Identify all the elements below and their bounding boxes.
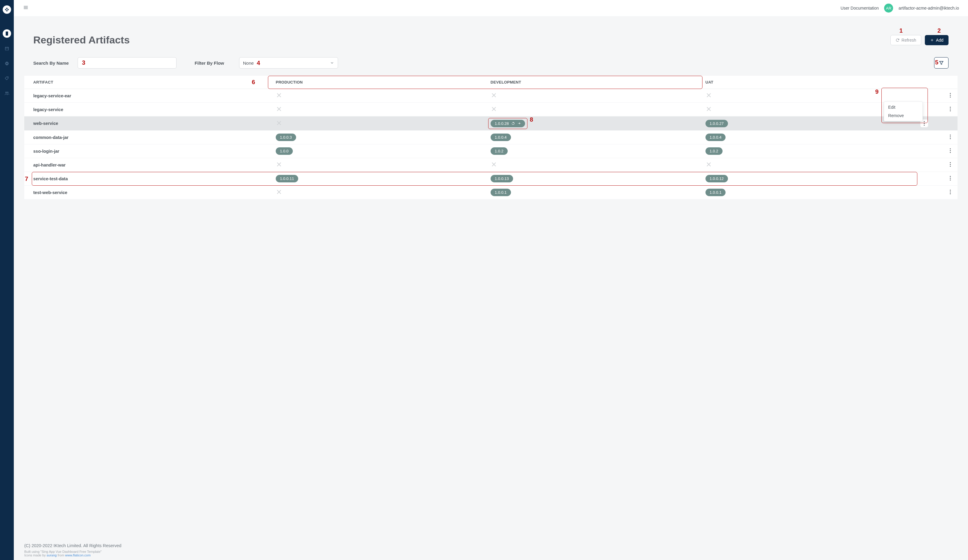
row-menu-button[interactable] xyxy=(917,158,958,172)
cell-development xyxy=(487,158,703,172)
flow-select[interactable]: None 4 xyxy=(239,57,338,69)
svg-point-24 xyxy=(950,193,951,194)
column-header-artifact[interactable]: ARTIFACT xyxy=(24,76,273,89)
column-header-development[interactable]: DEVELOPMENT xyxy=(487,76,703,89)
add-button[interactable]: Add xyxy=(925,35,948,45)
row-menu-button[interactable] xyxy=(917,172,958,186)
undo-icon[interactable] xyxy=(511,122,515,125)
artifact-name: legacy-service xyxy=(24,103,273,117)
menu-item-remove[interactable]: Remove xyxy=(884,111,922,120)
column-header-production[interactable]: PRODUCTION xyxy=(273,76,487,89)
sidebar-item-artifacts[interactable] xyxy=(3,29,11,38)
table-row[interactable]: web-service1.0.0.281.0.0.27 xyxy=(24,117,958,131)
version-pill[interactable]: 1.0.2 xyxy=(706,147,723,155)
empty-icon xyxy=(276,120,282,126)
version-pill[interactable]: 1.0.0.3 xyxy=(276,134,296,141)
building-icon xyxy=(5,31,9,36)
kebab-icon xyxy=(950,190,951,194)
tag-icon xyxy=(5,76,9,81)
footer: (C) 2020-2022 IKtech Limited. All Rights… xyxy=(14,537,968,560)
empty-icon xyxy=(276,106,282,112)
gear-icon xyxy=(5,61,9,66)
search-label: Search By Name xyxy=(33,61,69,66)
version-pill[interactable]: 1.0.0.28 xyxy=(491,120,525,127)
arrow-right-icon[interactable] xyxy=(517,122,521,125)
svg-point-23 xyxy=(950,192,951,192)
funnel-icon xyxy=(939,60,944,66)
svg-point-14 xyxy=(950,150,951,151)
row-menu-button[interactable] xyxy=(917,89,958,103)
svg-point-19 xyxy=(950,176,951,177)
cell-production: 1.0.0.11 xyxy=(273,172,487,186)
column-header-uat[interactable]: UAT xyxy=(703,76,917,89)
svg-point-7 xyxy=(924,121,925,122)
footer-built-with: Built using "Sing App Vue Dashboard Free… xyxy=(24,550,958,553)
svg-point-9 xyxy=(924,125,925,126)
menu-item-edit[interactable]: Edit xyxy=(884,103,922,111)
artifact-name: sso-login-jar xyxy=(24,144,273,158)
cell-uat xyxy=(703,158,917,172)
cell-production xyxy=(273,103,487,117)
annotation-2: 2 xyxy=(937,27,941,34)
version-pill[interactable]: 1.0.0.4 xyxy=(706,134,726,141)
table-row[interactable]: legacy-service xyxy=(24,103,958,117)
footer-author-link[interactable]: surang xyxy=(47,553,57,557)
table-row[interactable]: service-test-data1.0.0.111.0.0.131.0.0.1… xyxy=(24,172,958,186)
row-menu-button[interactable] xyxy=(917,186,958,200)
table-row[interactable]: common-data-jar1.0.0.31.0.0.41.0.0.4 xyxy=(24,131,958,144)
cell-uat: 1.0.0.1 xyxy=(703,186,917,200)
version-pill[interactable]: 1.0.2 xyxy=(491,147,508,155)
user-documentation-link[interactable]: User Documentation xyxy=(840,6,879,10)
table-row[interactable]: api-handler-war xyxy=(24,158,958,172)
row-menu-button[interactable] xyxy=(917,144,958,158)
row-menu-button[interactable] xyxy=(917,131,958,144)
version-pill[interactable]: 1.0.0.4 xyxy=(491,134,511,141)
version-pill[interactable]: 1.0.0.27 xyxy=(706,120,728,127)
filter-button[interactable] xyxy=(934,57,948,69)
flow-select-value: None xyxy=(243,61,254,66)
version-pill[interactable]: 1.0.0.13 xyxy=(491,175,513,182)
table-row[interactable]: test-web-service1.0.0.11.0.0.1 xyxy=(24,186,958,200)
empty-icon xyxy=(491,161,497,168)
kebab-icon xyxy=(950,148,951,153)
search-input[interactable] xyxy=(78,57,177,69)
menu-toggle[interactable] xyxy=(23,5,29,12)
refresh-icon xyxy=(895,38,900,42)
table-row[interactable]: legacy-service-ear xyxy=(24,89,958,103)
svg-point-10 xyxy=(950,134,951,135)
user-avatar[interactable]: AR xyxy=(884,3,893,13)
sidebar-item-tag[interactable] xyxy=(3,74,11,83)
empty-icon xyxy=(706,106,712,112)
version-pill[interactable]: 1.0.0 xyxy=(276,147,293,155)
cell-production xyxy=(273,158,487,172)
version-pill[interactable]: 1.0.0.1 xyxy=(491,189,511,196)
svg-point-6 xyxy=(950,110,951,111)
empty-icon xyxy=(706,92,712,99)
empty-icon xyxy=(706,161,712,168)
kebab-icon xyxy=(950,134,951,139)
top-bar: User Documentation AR artifactor-acme-ad… xyxy=(14,0,968,16)
row-menu-button[interactable] xyxy=(917,103,958,117)
sidebar-item-calendar[interactable] xyxy=(3,44,11,53)
cell-production xyxy=(273,117,487,131)
cell-development xyxy=(487,103,703,117)
kebab-icon xyxy=(950,93,951,97)
cell-uat: 1.0.0.12 xyxy=(703,172,917,186)
footer-site-link[interactable]: www.flaticon.com xyxy=(65,553,91,557)
footer-icons-credit: Icons made by surang from www.flaticon.c… xyxy=(24,553,958,557)
row-menu-button[interactable] xyxy=(917,117,958,131)
svg-point-0 xyxy=(7,77,8,78)
table-row[interactable]: sso-login-jar1.0.01.0.21.0.2 xyxy=(24,144,958,158)
refresh-button[interactable]: Refresh xyxy=(890,35,921,45)
cell-development: 1.0.2 xyxy=(487,144,703,158)
artifact-name: test-web-service xyxy=(24,186,273,200)
sidebar-item-users[interactable] xyxy=(3,89,11,97)
version-pill[interactable]: 1.0.0.1 xyxy=(706,189,726,196)
version-pill[interactable]: 1.0.0.11 xyxy=(276,175,298,182)
version-pill[interactable]: 1.0.0.12 xyxy=(706,175,728,182)
sidebar-item-settings[interactable] xyxy=(3,59,11,68)
svg-point-17 xyxy=(950,164,951,165)
users-icon xyxy=(5,91,9,96)
empty-icon xyxy=(491,92,497,99)
artifact-name: api-handler-war xyxy=(24,158,273,172)
